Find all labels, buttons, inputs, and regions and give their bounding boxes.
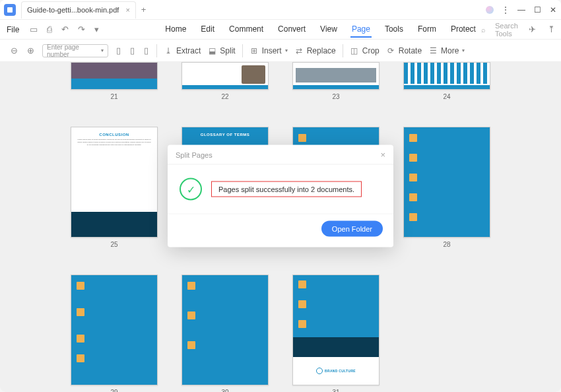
open-folder-button[interactable]: Open Folder xyxy=(321,221,383,237)
chevron-down-icon: ▾ xyxy=(101,48,104,53)
tab-page[interactable]: Page xyxy=(350,22,372,38)
search-tools-label[interactable]: Search Tools xyxy=(495,22,518,38)
page-box-icon-1[interactable]: ▯ xyxy=(115,44,122,57)
split-icon: ⬓ xyxy=(207,46,216,55)
page-box-icon-2[interactable]: ▯ xyxy=(129,44,136,57)
thumb-title: GLOSSARY OF TERMS xyxy=(182,127,268,139)
split-button[interactable]: ⬓Split xyxy=(207,46,235,55)
file-menu[interactable]: File xyxy=(7,25,19,34)
add-tab-button[interactable]: + xyxy=(141,5,147,15)
page-number: 23 xyxy=(292,93,380,100)
page-number: 21 xyxy=(71,93,158,100)
tab-title: Guide-to-getti...book-min.pdf xyxy=(27,6,119,14)
tab-edit[interactable]: Edit xyxy=(199,22,216,38)
zoom-out-icon[interactable]: ⊖ xyxy=(9,44,19,57)
page-number: 29 xyxy=(71,389,158,392)
tab-home[interactable]: Home xyxy=(164,22,187,38)
success-check-icon: ✓ xyxy=(180,178,202,201)
toolbar: ⊖ ⊕ Enter page number ▾ ▯ ▯ ▯ ⤓Extract ⬓… xyxy=(0,40,561,62)
replace-button[interactable]: ⇄Replace xyxy=(294,46,336,55)
page-number: 22 xyxy=(182,93,269,100)
maximize-icon[interactable]: ☐ xyxy=(533,6,541,14)
dialog-title: Split Pages xyxy=(176,150,213,158)
dialog-header: Split Pages × xyxy=(168,145,393,165)
brand-logo: BRAND CULTURE xyxy=(316,368,356,374)
page-thumbnail[interactable] xyxy=(182,62,269,90)
tab-convert[interactable]: Convert xyxy=(277,22,307,38)
insert-button[interactable]: ⊞Insert▾ xyxy=(249,46,288,55)
save-icon[interactable]: ▭ xyxy=(28,23,39,36)
search-icon: ⌕ xyxy=(481,26,486,34)
page-thumbnail[interactable] xyxy=(182,275,269,385)
success-message: Pages split successfully into 2 document… xyxy=(211,181,362,197)
minimize-icon[interactable]: — xyxy=(517,6,525,14)
thumb-title: CONCLUSION xyxy=(71,127,157,139)
avatar[interactable] xyxy=(486,6,494,14)
tab-protect[interactable]: Protect xyxy=(449,22,477,38)
divider xyxy=(156,44,157,57)
page-number: 28 xyxy=(403,241,490,248)
replace-icon: ⇄ xyxy=(294,46,304,55)
app-window: Guide-to-getti...book-min.pdf × + ⋮ — ☐ … xyxy=(0,0,561,392)
undo-icon[interactable]: ↶ xyxy=(60,23,70,36)
tab-comment[interactable]: Comment xyxy=(228,22,265,38)
rotate-icon: ⟳ xyxy=(386,46,395,55)
page-number: 25 xyxy=(71,241,158,248)
tab-form[interactable]: Form xyxy=(416,22,438,38)
app-logo xyxy=(4,4,16,16)
page-thumbnail[interactable] xyxy=(71,62,158,90)
titlebar: Guide-to-getti...book-min.pdf × + ⋮ — ☐ … xyxy=(0,0,561,20)
close-tab-icon[interactable]: × xyxy=(125,6,129,14)
divider xyxy=(242,44,243,57)
page-thumbnail[interactable]: CONCLUSIONLorem ipsum dolor sit amet con… xyxy=(71,127,158,238)
split-pages-dialog: Split Pages × ✓ Pages split successfully… xyxy=(168,145,393,247)
send-icon[interactable]: ✈ xyxy=(527,23,537,36)
page-placeholder: Enter page number xyxy=(47,44,101,58)
more-icon: ☰ xyxy=(428,46,438,55)
crop-button[interactable]: ◫Crop xyxy=(350,46,380,55)
cloud-icon[interactable]: ⤒ xyxy=(546,23,556,36)
extract-button[interactable]: ⤓Extract xyxy=(164,46,201,55)
close-dialog-icon[interactable]: × xyxy=(380,150,385,160)
kebab-icon[interactable]: ⋮ xyxy=(502,6,510,14)
menubar: File ▭ ⎙ ↶ ↷ ▾ Home Edit Comment Convert… xyxy=(0,20,561,40)
tab-view[interactable]: View xyxy=(319,22,339,38)
page-number: 30 xyxy=(182,389,269,392)
insert-icon: ⊞ xyxy=(249,46,259,55)
page-thumbnail[interactable] xyxy=(292,62,380,90)
page-thumbnail[interactable] xyxy=(71,275,158,385)
page-thumbnail[interactable] xyxy=(403,62,490,90)
divider xyxy=(343,44,343,57)
page-number: 31 xyxy=(292,389,380,392)
dropdown-icon[interactable]: ▾ xyxy=(93,23,100,36)
page-box-icon-3[interactable]: ▯ xyxy=(143,44,150,57)
print-icon[interactable]: ⎙ xyxy=(46,23,53,36)
extract-icon: ⤓ xyxy=(164,46,173,55)
redo-icon[interactable]: ↷ xyxy=(77,23,86,36)
crop-icon: ◫ xyxy=(350,46,359,55)
page-number-input[interactable]: Enter page number ▾ xyxy=(42,44,108,57)
page-thumbnail[interactable]: BRAND CULTURE xyxy=(292,275,380,385)
zoom-in-icon[interactable]: ⊕ xyxy=(26,44,36,57)
rotate-button[interactable]: ⟳Rotate xyxy=(386,46,422,55)
page-number: 24 xyxy=(403,93,490,100)
document-tab[interactable]: Guide-to-getti...book-min.pdf × xyxy=(21,1,136,18)
page-thumbnail[interactable] xyxy=(403,127,490,238)
more-button[interactable]: ☰More▾ xyxy=(428,46,465,55)
close-window-icon[interactable]: ✕ xyxy=(549,6,557,14)
tab-tools[interactable]: Tools xyxy=(383,22,405,38)
